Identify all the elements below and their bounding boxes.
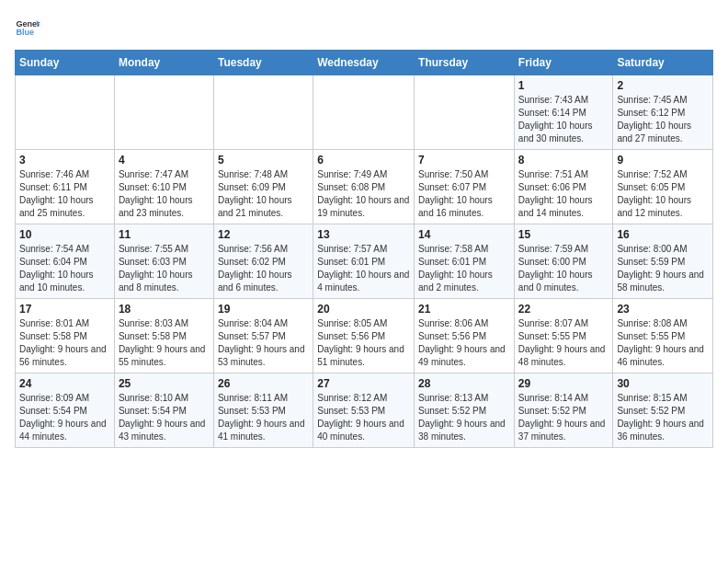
calendar-cell: 5Sunrise: 7:48 AM Sunset: 6:09 PM Daylig… — [213, 150, 313, 224]
calendar-cell: 24Sunrise: 8:09 AM Sunset: 5:54 PM Dayli… — [16, 373, 115, 448]
day-info: Sunrise: 7:54 AM Sunset: 6:04 PM Dayligh… — [19, 243, 110, 294]
day-info: Sunrise: 7:46 AM Sunset: 6:11 PM Dayligh… — [19, 168, 110, 220]
weekday-header: Sunday — [16, 51, 115, 75]
calendar-table: SundayMondayTuesdayWednesdayThursdayFrid… — [15, 50, 713, 448]
day-number: 5 — [218, 154, 309, 167]
calendar-cell: 30Sunrise: 8:15 AM Sunset: 5:52 PM Dayli… — [613, 373, 713, 448]
day-info: Sunrise: 8:00 AM Sunset: 5:59 PM Dayligh… — [617, 243, 709, 294]
day-number: 29 — [518, 377, 609, 390]
day-number: 28 — [418, 377, 510, 390]
day-number: 27 — [317, 377, 410, 390]
calendar-cell: 16Sunrise: 8:00 AM Sunset: 5:59 PM Dayli… — [613, 224, 713, 299]
calendar-cell — [16, 75, 115, 150]
day-info: Sunrise: 8:10 AM Sunset: 5:54 PM Dayligh… — [119, 392, 210, 443]
day-number: 26 — [218, 377, 309, 390]
calendar-cell: 17Sunrise: 8:01 AM Sunset: 5:58 PM Dayli… — [16, 299, 115, 373]
day-number: 30 — [617, 377, 709, 390]
calendar-cell: 7Sunrise: 7:50 AM Sunset: 6:07 PM Daylig… — [415, 150, 515, 224]
day-number: 15 — [518, 228, 609, 241]
weekday-header: Thursday — [415, 51, 515, 75]
day-number: 11 — [119, 228, 210, 241]
calendar-cell — [114, 75, 213, 150]
day-info: Sunrise: 8:07 AM Sunset: 5:55 PM Dayligh… — [518, 317, 609, 369]
day-info: Sunrise: 8:13 AM Sunset: 5:52 PM Dayligh… — [418, 392, 510, 443]
day-number: 9 — [617, 154, 709, 167]
weekday-header: Saturday — [613, 51, 713, 75]
day-info: Sunrise: 8:15 AM Sunset: 5:52 PM Dayligh… — [617, 392, 709, 443]
calendar-cell: 4Sunrise: 7:47 AM Sunset: 6:10 PM Daylig… — [114, 150, 213, 224]
day-info: Sunrise: 7:59 AM Sunset: 6:00 PM Dayligh… — [518, 243, 609, 294]
calendar-cell: 13Sunrise: 7:57 AM Sunset: 6:01 PM Dayli… — [313, 224, 415, 299]
day-number: 4 — [119, 154, 210, 167]
day-info: Sunrise: 7:57 AM Sunset: 6:01 PM Dayligh… — [317, 243, 410, 294]
day-info: Sunrise: 7:43 AM Sunset: 6:14 PM Dayligh… — [518, 94, 609, 145]
calendar-cell: 21Sunrise: 8:06 AM Sunset: 5:56 PM Dayli… — [415, 299, 515, 373]
calendar-cell: 25Sunrise: 8:10 AM Sunset: 5:54 PM Dayli… — [114, 373, 213, 448]
day-info: Sunrise: 7:58 AM Sunset: 6:01 PM Dayligh… — [418, 243, 510, 294]
calendar-cell: 23Sunrise: 8:08 AM Sunset: 5:55 PM Dayli… — [613, 299, 713, 373]
day-number: 17 — [19, 303, 110, 316]
day-info: Sunrise: 8:11 AM Sunset: 5:53 PM Dayligh… — [218, 392, 309, 443]
day-info: Sunrise: 7:48 AM Sunset: 6:09 PM Dayligh… — [218, 168, 309, 220]
day-info: Sunrise: 8:08 AM Sunset: 5:55 PM Dayligh… — [617, 317, 709, 369]
day-info: Sunrise: 7:56 AM Sunset: 6:02 PM Dayligh… — [218, 243, 309, 294]
weekday-header: Friday — [514, 51, 613, 75]
calendar-cell: 19Sunrise: 8:04 AM Sunset: 5:57 PM Dayli… — [213, 299, 313, 373]
calendar-cell: 10Sunrise: 7:54 AM Sunset: 6:04 PM Dayli… — [16, 224, 115, 299]
calendar-cell — [313, 75, 415, 150]
calendar-cell: 6Sunrise: 7:49 AM Sunset: 6:08 PM Daylig… — [313, 150, 415, 224]
day-info: Sunrise: 8:04 AM Sunset: 5:57 PM Dayligh… — [218, 317, 309, 369]
logo: General Blue — [15, 15, 40, 40]
calendar-cell — [415, 75, 515, 150]
day-info: Sunrise: 8:01 AM Sunset: 5:58 PM Dayligh… — [19, 317, 110, 369]
calendar-cell: 9Sunrise: 7:52 AM Sunset: 6:05 PM Daylig… — [613, 150, 713, 224]
day-info: Sunrise: 8:05 AM Sunset: 5:56 PM Dayligh… — [317, 317, 410, 369]
calendar-cell: 28Sunrise: 8:13 AM Sunset: 5:52 PM Dayli… — [415, 373, 515, 448]
calendar-cell: 1Sunrise: 7:43 AM Sunset: 6:14 PM Daylig… — [514, 75, 613, 150]
calendar-cell: 8Sunrise: 7:51 AM Sunset: 6:06 PM Daylig… — [514, 150, 613, 224]
day-number: 25 — [119, 377, 210, 390]
day-number: 2 — [617, 79, 709, 92]
calendar-cell — [213, 75, 313, 150]
logo-icon: General Blue — [15, 15, 40, 40]
page-header: General Blue — [15, 15, 713, 40]
day-info: Sunrise: 7:49 AM Sunset: 6:08 PM Dayligh… — [317, 168, 410, 220]
calendar-cell: 22Sunrise: 8:07 AM Sunset: 5:55 PM Dayli… — [514, 299, 613, 373]
day-number: 18 — [119, 303, 210, 316]
day-number: 6 — [317, 154, 410, 167]
day-info: Sunrise: 7:45 AM Sunset: 6:12 PM Dayligh… — [617, 94, 709, 145]
calendar-cell: 26Sunrise: 8:11 AM Sunset: 5:53 PM Dayli… — [213, 373, 313, 448]
weekday-header: Wednesday — [313, 51, 415, 75]
day-number: 19 — [218, 303, 309, 316]
day-number: 14 — [418, 228, 510, 241]
day-number: 12 — [218, 228, 309, 241]
weekday-header: Tuesday — [213, 51, 313, 75]
day-number: 23 — [617, 303, 709, 316]
day-number: 1 — [518, 79, 609, 92]
day-number: 16 — [617, 228, 709, 241]
calendar-cell: 29Sunrise: 8:14 AM Sunset: 5:52 PM Dayli… — [514, 373, 613, 448]
calendar-cell: 14Sunrise: 7:58 AM Sunset: 6:01 PM Dayli… — [415, 224, 515, 299]
calendar-cell: 15Sunrise: 7:59 AM Sunset: 6:00 PM Dayli… — [514, 224, 613, 299]
day-number: 8 — [518, 154, 609, 167]
day-number: 10 — [19, 228, 110, 241]
calendar-cell: 20Sunrise: 8:05 AM Sunset: 5:56 PM Dayli… — [313, 299, 415, 373]
calendar-cell: 2Sunrise: 7:45 AM Sunset: 6:12 PM Daylig… — [613, 75, 713, 150]
calendar-cell: 3Sunrise: 7:46 AM Sunset: 6:11 PM Daylig… — [16, 150, 115, 224]
day-info: Sunrise: 7:51 AM Sunset: 6:06 PM Dayligh… — [518, 168, 609, 220]
day-info: Sunrise: 8:09 AM Sunset: 5:54 PM Dayligh… — [19, 392, 110, 443]
day-info: Sunrise: 7:52 AM Sunset: 6:05 PM Dayligh… — [617, 168, 709, 220]
day-info: Sunrise: 7:50 AM Sunset: 6:07 PM Dayligh… — [418, 168, 510, 220]
calendar-cell: 12Sunrise: 7:56 AM Sunset: 6:02 PM Dayli… — [213, 224, 313, 299]
weekday-header: Monday — [114, 51, 213, 75]
day-number: 20 — [317, 303, 410, 316]
calendar-cell: 27Sunrise: 8:12 AM Sunset: 5:53 PM Dayli… — [313, 373, 415, 448]
calendar-cell: 11Sunrise: 7:55 AM Sunset: 6:03 PM Dayli… — [114, 224, 213, 299]
day-info: Sunrise: 8:06 AM Sunset: 5:56 PM Dayligh… — [418, 317, 510, 369]
day-number: 3 — [19, 154, 110, 167]
svg-text:Blue: Blue — [16, 28, 34, 37]
day-info: Sunrise: 8:03 AM Sunset: 5:58 PM Dayligh… — [119, 317, 210, 369]
day-number: 13 — [317, 228, 410, 241]
day-info: Sunrise: 8:14 AM Sunset: 5:52 PM Dayligh… — [518, 392, 609, 443]
day-info: Sunrise: 8:12 AM Sunset: 5:53 PM Dayligh… — [317, 392, 410, 443]
